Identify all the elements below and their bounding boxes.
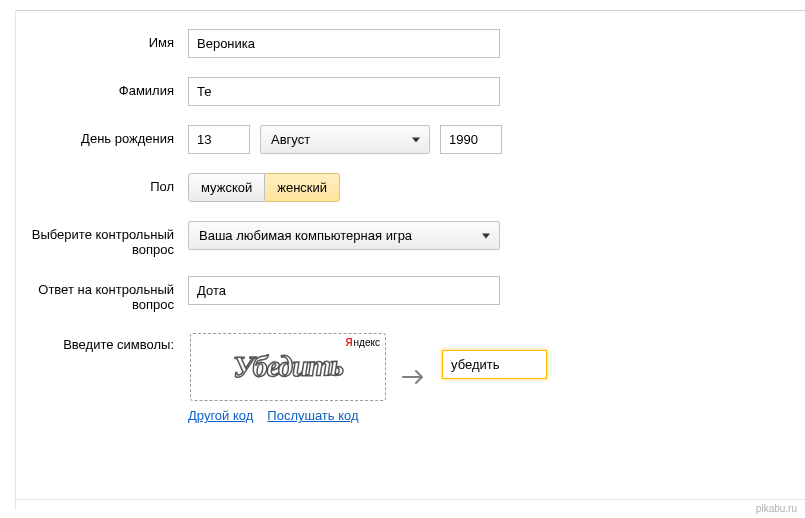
watermark: pikabu.ru — [756, 503, 797, 514]
captcha-image: Яндекс Убедить — [188, 331, 388, 403]
row-captcha: Введите символы: Яндекс Убедить Другой к… — [16, 331, 805, 423]
row-gender: Пол мужской женский — [16, 173, 805, 202]
row-last-name: Фамилия — [16, 77, 805, 106]
row-security-answer: Ответ на контрольный вопрос — [16, 276, 805, 312]
security-question-select[interactable]: Ваша любимая компьютерная игра — [188, 221, 500, 250]
label-security-answer: Ответ на контрольный вопрос — [16, 276, 188, 312]
row-birthday: День рождения Август — [16, 125, 805, 154]
row-first-name: Имя — [16, 29, 805, 58]
label-captcha: Введите символы: — [16, 331, 188, 352]
gender-toggle: мужской женский — [188, 173, 340, 202]
birth-month-value: Август — [271, 132, 310, 147]
row-security-question: Выберите контрольный вопрос Ваша любимая… — [16, 221, 805, 257]
captcha-input[interactable] — [442, 350, 547, 379]
captcha-link-listen[interactable]: Послушать код — [267, 408, 358, 423]
arrow-right-icon — [400, 362, 430, 392]
birth-month-select[interactable]: Август — [260, 125, 430, 154]
divider — [15, 499, 805, 500]
registration-form: Имя Фамилия День рождения Август Пол муж… — [15, 10, 805, 510]
label-security-question: Выберите контрольный вопрос — [16, 221, 188, 257]
captcha-brand-letter: Я — [345, 337, 352, 348]
security-question-value: Ваша любимая компьютерная игра — [199, 228, 412, 243]
security-answer-input[interactable] — [188, 276, 500, 305]
chevron-down-icon — [412, 137, 420, 142]
label-first-name: Имя — [16, 29, 188, 50]
chevron-down-icon — [482, 233, 490, 238]
birth-year-input[interactable] — [440, 125, 502, 154]
label-gender: Пол — [16, 173, 188, 194]
first-name-input[interactable] — [188, 29, 500, 58]
gender-male-button[interactable]: мужской — [188, 173, 265, 202]
captcha-word: Убедить — [233, 348, 343, 384]
last-name-input[interactable] — [188, 77, 500, 106]
label-birthday: День рождения — [16, 125, 188, 146]
captcha-brand-rest: ндекс — [354, 337, 380, 348]
birth-day-input[interactable] — [188, 125, 250, 154]
label-last-name: Фамилия — [16, 77, 188, 98]
captcha-brand: Яндекс — [345, 337, 380, 348]
captcha-link-other[interactable]: Другой код — [188, 408, 253, 423]
gender-female-button[interactable]: женский — [265, 173, 340, 202]
